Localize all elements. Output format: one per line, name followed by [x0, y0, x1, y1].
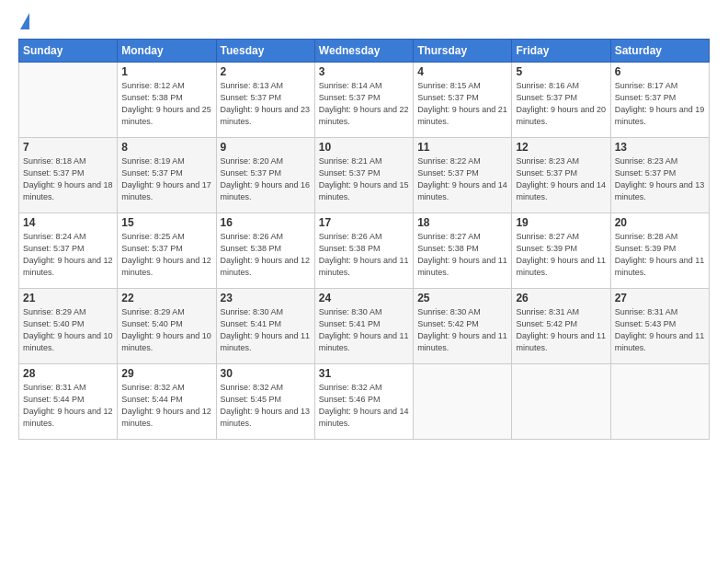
- calendar-cell: 12Sunrise: 8:23 AM Sunset: 5:37 PM Dayli…: [512, 138, 610, 213]
- day-number: 28: [23, 367, 113, 380]
- day-number: 2: [221, 65, 311, 78]
- day-info: Sunrise: 8:16 AM Sunset: 5:37 PM Dayligh…: [516, 80, 606, 128]
- day-info: Sunrise: 8:29 AM Sunset: 5:40 PM Dayligh…: [121, 306, 211, 354]
- calendar-week: 14Sunrise: 8:24 AM Sunset: 5:37 PM Dayli…: [19, 213, 710, 289]
- calendar-cell: 20Sunrise: 8:28 AM Sunset: 5:39 PM Dayli…: [610, 213, 709, 289]
- day-info: Sunrise: 8:31 AM Sunset: 5:43 PM Dayligh…: [615, 306, 705, 354]
- calendar-week: 7Sunrise: 8:18 AM Sunset: 5:37 PM Daylig…: [19, 138, 710, 213]
- page-container: SundayMondayTuesdayWednesdayThursdayFrid…: [0, 0, 728, 563]
- day-number: 9: [221, 141, 311, 154]
- weekday-header: Wednesday: [314, 40, 413, 63]
- day-info: Sunrise: 8:32 AM Sunset: 5:45 PM Dayligh…: [221, 382, 311, 430]
- weekday-header: Tuesday: [216, 40, 314, 63]
- day-info: Sunrise: 8:23 AM Sunset: 5:37 PM Dayligh…: [516, 155, 606, 203]
- day-info: Sunrise: 8:27 AM Sunset: 5:39 PM Dayligh…: [516, 231, 606, 279]
- weekday-header: Friday: [512, 40, 610, 63]
- day-info: Sunrise: 8:17 AM Sunset: 5:37 PM Dayligh…: [615, 80, 705, 128]
- day-number: 14: [23, 216, 113, 229]
- calendar-cell: 31Sunrise: 8:32 AM Sunset: 5:46 PM Dayli…: [314, 364, 413, 440]
- day-info: Sunrise: 8:14 AM Sunset: 5:37 PM Dayligh…: [319, 80, 409, 128]
- day-info: Sunrise: 8:28 AM Sunset: 5:39 PM Dayligh…: [615, 231, 705, 279]
- calendar-week: 21Sunrise: 8:29 AM Sunset: 5:40 PM Dayli…: [19, 289, 710, 364]
- day-info: Sunrise: 8:22 AM Sunset: 5:37 PM Dayligh…: [417, 155, 507, 203]
- calendar-week: 28Sunrise: 8:31 AM Sunset: 5:44 PM Dayli…: [19, 364, 710, 440]
- day-number: 4: [417, 65, 507, 78]
- day-info: Sunrise: 8:26 AM Sunset: 5:38 PM Dayligh…: [221, 231, 311, 279]
- calendar-cell: 7Sunrise: 8:18 AM Sunset: 5:37 PM Daylig…: [19, 138, 118, 213]
- day-info: Sunrise: 8:32 AM Sunset: 5:44 PM Dayligh…: [121, 382, 211, 430]
- calendar-cell: 23Sunrise: 8:30 AM Sunset: 5:41 PM Dayli…: [216, 289, 314, 364]
- day-number: 22: [121, 292, 211, 304]
- calendar-cell: [19, 63, 118, 138]
- calendar-cell: 11Sunrise: 8:22 AM Sunset: 5:37 PM Dayli…: [414, 138, 512, 213]
- day-number: 11: [417, 141, 507, 154]
- calendar-cell: 10Sunrise: 8:21 AM Sunset: 5:37 PM Dayli…: [314, 138, 413, 213]
- day-number: 31: [319, 367, 409, 380]
- day-number: 29: [121, 367, 211, 380]
- day-number: 3: [319, 65, 409, 78]
- day-info: Sunrise: 8:29 AM Sunset: 5:40 PM Dayligh…: [23, 306, 113, 354]
- day-info: Sunrise: 8:25 AM Sunset: 5:37 PM Dayligh…: [121, 231, 211, 279]
- header: [18, 17, 710, 29]
- day-info: Sunrise: 8:30 AM Sunset: 5:41 PM Dayligh…: [221, 306, 311, 354]
- day-number: 6: [615, 65, 705, 78]
- calendar-cell: 28Sunrise: 8:31 AM Sunset: 5:44 PM Dayli…: [19, 364, 118, 440]
- calendar-cell: 22Sunrise: 8:29 AM Sunset: 5:40 PM Dayli…: [118, 289, 216, 364]
- calendar-cell: 14Sunrise: 8:24 AM Sunset: 5:37 PM Dayli…: [19, 213, 118, 289]
- day-number: 26: [516, 292, 606, 304]
- calendar-cell: 27Sunrise: 8:31 AM Sunset: 5:43 PM Dayli…: [610, 289, 709, 364]
- day-number: 17: [319, 216, 409, 229]
- calendar-cell: 24Sunrise: 8:30 AM Sunset: 5:41 PM Dayli…: [314, 289, 413, 364]
- calendar-body: 1Sunrise: 8:12 AM Sunset: 5:38 PM Daylig…: [19, 63, 710, 440]
- day-number: 23: [221, 292, 311, 304]
- weekday-row: SundayMondayTuesdayWednesdayThursdayFrid…: [19, 40, 710, 63]
- day-number: 5: [516, 65, 606, 78]
- day-info: Sunrise: 8:31 AM Sunset: 5:44 PM Dayligh…: [23, 382, 113, 430]
- calendar-cell: 8Sunrise: 8:19 AM Sunset: 5:37 PM Daylig…: [118, 138, 216, 213]
- day-number: 27: [615, 292, 705, 304]
- day-number: 21: [23, 292, 113, 304]
- calendar-cell: 16Sunrise: 8:26 AM Sunset: 5:38 PM Dayli…: [216, 213, 314, 289]
- logo-text: [18, 17, 29, 29]
- calendar-cell: 25Sunrise: 8:30 AM Sunset: 5:42 PM Dayli…: [414, 289, 512, 364]
- calendar-cell: 26Sunrise: 8:31 AM Sunset: 5:42 PM Dayli…: [512, 289, 610, 364]
- calendar-cell: 21Sunrise: 8:29 AM Sunset: 5:40 PM Dayli…: [19, 289, 118, 364]
- day-info: Sunrise: 8:23 AM Sunset: 5:37 PM Dayligh…: [615, 155, 705, 203]
- calendar-cell: 3Sunrise: 8:14 AM Sunset: 5:37 PM Daylig…: [314, 63, 413, 138]
- calendar-cell: 2Sunrise: 8:13 AM Sunset: 5:37 PM Daylig…: [216, 63, 314, 138]
- calendar-cell: [414, 364, 512, 440]
- calendar-cell: 15Sunrise: 8:25 AM Sunset: 5:37 PM Dayli…: [118, 213, 216, 289]
- day-number: 15: [121, 216, 211, 229]
- day-info: Sunrise: 8:13 AM Sunset: 5:37 PM Dayligh…: [221, 80, 311, 128]
- weekday-header: Saturday: [610, 40, 709, 63]
- weekday-header: Sunday: [19, 40, 118, 63]
- calendar-cell: 13Sunrise: 8:23 AM Sunset: 5:37 PM Dayli…: [610, 138, 709, 213]
- day-info: Sunrise: 8:30 AM Sunset: 5:42 PM Dayligh…: [417, 306, 507, 354]
- calendar-cell: 29Sunrise: 8:32 AM Sunset: 5:44 PM Dayli…: [118, 364, 216, 440]
- calendar-week: 1Sunrise: 8:12 AM Sunset: 5:38 PM Daylig…: [19, 63, 710, 138]
- calendar-cell: 30Sunrise: 8:32 AM Sunset: 5:45 PM Dayli…: [216, 364, 314, 440]
- weekday-header: Thursday: [414, 40, 512, 63]
- day-number: 8: [121, 141, 211, 154]
- day-info: Sunrise: 8:26 AM Sunset: 5:38 PM Dayligh…: [319, 231, 409, 279]
- weekday-header: Monday: [118, 40, 216, 63]
- day-number: 30: [221, 367, 311, 380]
- day-info: Sunrise: 8:19 AM Sunset: 5:37 PM Dayligh…: [121, 155, 211, 203]
- day-number: 19: [516, 216, 606, 229]
- calendar-cell: 19Sunrise: 8:27 AM Sunset: 5:39 PM Dayli…: [512, 213, 610, 289]
- day-number: 13: [615, 141, 705, 154]
- day-info: Sunrise: 8:15 AM Sunset: 5:37 PM Dayligh…: [417, 80, 507, 128]
- day-number: 25: [417, 292, 507, 304]
- day-number: 1: [121, 65, 211, 78]
- logo-icon: [20, 13, 29, 29]
- calendar-cell: 18Sunrise: 8:27 AM Sunset: 5:38 PM Dayli…: [414, 213, 512, 289]
- calendar-cell: [512, 364, 610, 440]
- day-info: Sunrise: 8:30 AM Sunset: 5:41 PM Dayligh…: [319, 306, 409, 354]
- day-number: 16: [221, 216, 311, 229]
- calendar-cell: 9Sunrise: 8:20 AM Sunset: 5:37 PM Daylig…: [216, 138, 314, 213]
- day-info: Sunrise: 8:21 AM Sunset: 5:37 PM Dayligh…: [319, 155, 409, 203]
- day-info: Sunrise: 8:24 AM Sunset: 5:37 PM Dayligh…: [23, 231, 113, 279]
- day-info: Sunrise: 8:27 AM Sunset: 5:38 PM Dayligh…: [417, 231, 507, 279]
- day-info: Sunrise: 8:18 AM Sunset: 5:37 PM Dayligh…: [23, 155, 113, 203]
- day-info: Sunrise: 8:31 AM Sunset: 5:42 PM Dayligh…: [516, 306, 606, 354]
